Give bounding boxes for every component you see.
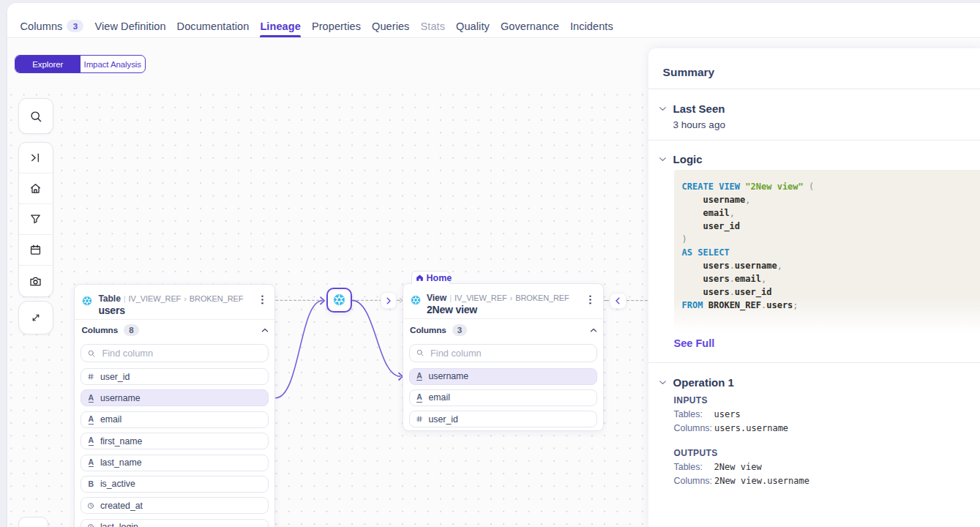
- operation-row-label: Columns:: [674, 423, 714, 433]
- camera-icon: [29, 274, 42, 288]
- filter-button[interactable]: [19, 204, 53, 235]
- column-row-first_name[interactable]: Afirst_name: [81, 433, 269, 449]
- snowflake-icon: [411, 295, 421, 318]
- code-line: CREATE VIEW "2New view" (: [682, 180, 980, 193]
- filter-icon: [29, 212, 42, 226]
- calendar-button[interactable]: [19, 235, 53, 266]
- tab-queries[interactable]: Queries: [372, 20, 409, 37]
- operation-row-label: Tables:: [674, 462, 714, 472]
- find-column-input[interactable]: [102, 348, 263, 359]
- code-line: AS SELECT: [682, 246, 980, 259]
- operation-group-heading: INPUTS: [674, 395, 980, 405]
- home-icon: [29, 182, 42, 195]
- chevron-up-icon[interactable]: [589, 326, 598, 334]
- operation-row-value: 2New view: [714, 462, 762, 472]
- lineage-mode-toggle: Explorer Impact Analysis: [15, 55, 146, 73]
- expand-upstream-button[interactable]: [610, 293, 626, 310]
- operation-groups: INPUTSTables:usersColumns:users.username…: [648, 395, 980, 486]
- process-node[interactable]: [326, 288, 352, 313]
- toggle-impact-analysis[interactable]: Impact Analysis: [81, 56, 146, 72]
- asset-detail-card: Columns3View DefinitionDocumentationLine…: [7, 3, 980, 527]
- tab-label: Documentation: [177, 20, 250, 32]
- table-node-column-search[interactable]: [81, 344, 269, 362]
- tab-label: View Definition: [94, 20, 165, 32]
- table-node-columns-bar: Columns 8: [81, 323, 269, 337]
- tab-count-badge: 3: [67, 20, 83, 32]
- view-node-menu-icon[interactable]: [584, 292, 597, 307]
- column-name: created_at: [100, 501, 143, 511]
- code-line: users.email,: [682, 272, 980, 285]
- column-row-email[interactable]: Aemail: [81, 411, 269, 428]
- home-button[interactable]: [19, 173, 53, 204]
- operation-row: Columns:users.username: [674, 423, 980, 433]
- canvas-search-button[interactable]: [18, 98, 54, 134]
- expand-downstream-button[interactable]: [381, 292, 396, 309]
- tab-governance[interactable]: Governance: [501, 20, 559, 37]
- tab-lineage[interactable]: Lineage: [260, 20, 301, 37]
- tab-properties[interactable]: Properties: [312, 20, 361, 37]
- toggle-explorer[interactable]: Explorer: [15, 56, 81, 72]
- tab-view-definition[interactable]: View Definition: [94, 20, 165, 37]
- column-name: username: [100, 393, 141, 403]
- column-name: username: [429, 371, 469, 381]
- sidebar-title: Summary: [663, 66, 980, 79]
- operation-row: Tables:2New view: [674, 462, 980, 472]
- table-node-column-list: user_idAusernameAemailAfirst_nameAlast_n…: [81, 368, 269, 527]
- search-icon: [87, 349, 96, 358]
- align-right-button[interactable]: [19, 143, 53, 173]
- column-row-user_id[interactable]: user_id: [409, 411, 597, 427]
- column-row-last_login[interactable]: last_login: [81, 519, 269, 527]
- see-full-link[interactable]: See Full: [674, 337, 715, 349]
- calendar-icon: [29, 243, 42, 257]
- tab-documentation[interactable]: Documentation: [177, 20, 250, 37]
- section-last-seen[interactable]: Last Seen: [658, 102, 980, 115]
- column-row-last_name[interactable]: Alast_name: [81, 455, 269, 471]
- column-row-user_id[interactable]: user_id: [81, 368, 269, 385]
- section-title: Logic: [673, 153, 703, 165]
- view-node-column-search[interactable]: [409, 344, 597, 362]
- table-node-users[interactable]: Table|IV_VIEW_REF›BROKEN_REF users Colum…: [74, 284, 275, 527]
- view-node-columns-bar: Columns 3: [410, 323, 598, 337]
- hash-icon: [416, 415, 423, 423]
- table-node-breadcrumb: Table|IV_VIEW_REF›BROKEN_REF: [98, 294, 243, 304]
- column-name: user_id: [100, 372, 130, 382]
- chevron-up-icon[interactable]: [261, 326, 269, 334]
- column-row-is_active[interactable]: Bis_active: [81, 476, 269, 493]
- divider: [403, 318, 603, 319]
- column-row-created_at[interactable]: created_at: [81, 497, 269, 514]
- tab-stats[interactable]: Stats: [420, 20, 445, 37]
- home-pill-label: Home: [427, 273, 452, 283]
- code-line: users.username,: [682, 259, 980, 272]
- columns-label: Columns: [410, 325, 446, 335]
- summary-sidebar: Summary Last Seen 3 hours ago Logic CREA…: [648, 48, 980, 527]
- clock-icon: [87, 523, 94, 527]
- operation-row-label: Columns:: [674, 476, 714, 486]
- home-node-pill[interactable]: Home: [411, 271, 450, 284]
- column-row-username[interactable]: Ausername: [409, 368, 597, 385]
- bottom-left-control[interactable]: [18, 517, 48, 527]
- camera-button[interactable]: [19, 266, 53, 296]
- tab-label: Governance: [501, 20, 559, 32]
- column-row-username[interactable]: Ausername: [81, 389, 269, 406]
- tab-incidents[interactable]: Incidents: [570, 20, 613, 37]
- operation-row: Columns:2New view.username: [674, 476, 980, 486]
- code-line: user_id: [682, 220, 980, 233]
- tab-quality[interactable]: Quality: [456, 20, 490, 37]
- find-column-input[interactable]: [430, 348, 592, 359]
- operation-row-value: users.username: [714, 423, 788, 433]
- canvas-tool-group: [18, 142, 54, 297]
- fullscreen-button[interactable]: [18, 301, 53, 334]
- tab-label: Properties: [312, 20, 361, 32]
- clock-icon: [87, 501, 94, 510]
- table-node-menu-icon[interactable]: [255, 293, 269, 307]
- section-operation[interactable]: Operation 1: [658, 376, 980, 389]
- columns-count-badge: 8: [124, 324, 138, 336]
- column-row-email[interactable]: Aemail: [409, 389, 597, 406]
- view-node-column-list: AusernameAemailuser_id: [409, 368, 597, 428]
- section-logic[interactable]: Logic: [658, 153, 980, 165]
- column-name: last_name: [100, 457, 142, 468]
- tab-columns[interactable]: Columns3: [20, 20, 84, 37]
- view-node-2new-view[interactable]: View|IV_VIEW_REF›BROKEN_REF 2New view Co…: [403, 283, 604, 431]
- operation-row: Tables:users: [674, 409, 980, 419]
- operation-row-value: 2New view.username: [714, 476, 809, 486]
